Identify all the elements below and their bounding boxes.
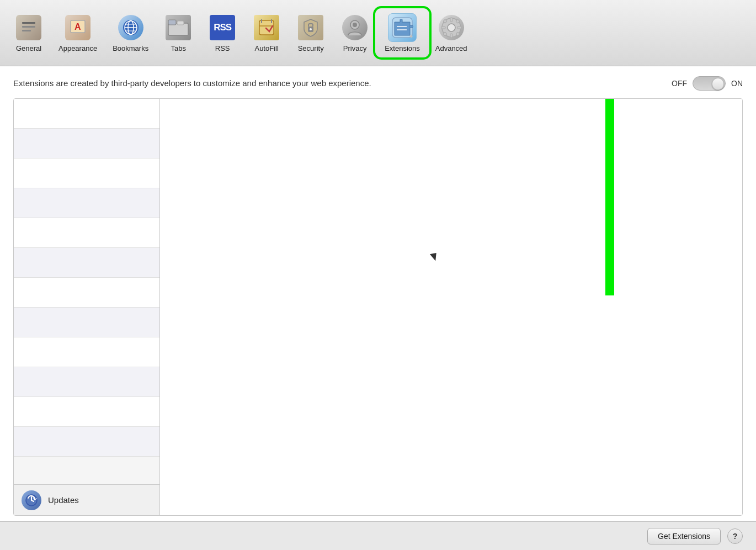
svg-point-25 — [448, 24, 455, 31]
toggle-off-label: OFF — [672, 79, 687, 88]
updates-label: Updates — [48, 495, 79, 505]
bookmarks-icon — [118, 15, 143, 40]
list-item[interactable] — [14, 99, 159, 129]
appearance-icon-area: A — [63, 13, 92, 42]
tab-extensions[interactable]: Extensions — [377, 10, 428, 56]
rss-icon: RSS — [210, 15, 235, 40]
tab-appearance-label: Appearance — [58, 44, 97, 52]
tab-appearance[interactable]: A Appearance — [51, 10, 105, 56]
get-extensions-button[interactable]: Get Extensions — [647, 528, 721, 544]
tab-advanced-label: Advanced — [435, 44, 467, 52]
list-item[interactable] — [14, 427, 159, 457]
extensions-toggle[interactable] — [693, 76, 726, 91]
tab-advanced[interactable]: Advanced — [428, 10, 475, 56]
description-row: Extensions are created by third-party de… — [13, 76, 743, 91]
tab-privacy[interactable]: Privacy — [333, 10, 377, 56]
tab-rss-label: RSS — [215, 44, 230, 52]
list-item[interactable] — [14, 188, 159, 218]
svg-point-20 — [353, 23, 357, 27]
tabs-icon — [166, 15, 191, 40]
tab-security-label: Security — [298, 44, 324, 52]
autofill-icon — [254, 15, 279, 40]
extensions-icon-area — [388, 13, 417, 42]
rss-icon-area: RSS — [208, 13, 237, 42]
general-icon — [16, 15, 41, 40]
svg-rect-26 — [450, 18, 452, 22]
security-icon-area — [296, 13, 325, 42]
svg-rect-29 — [457, 27, 461, 29]
privacy-icon-area — [340, 13, 369, 42]
svg-rect-2 — [22, 30, 31, 31]
updates-bar[interactable]: Updates — [14, 484, 159, 515]
svg-text:A: A — [74, 22, 81, 31]
tab-general-label: General — [16, 44, 41, 52]
tab-autofill[interactable]: AutoFill — [244, 10, 289, 56]
list-item[interactable] — [14, 248, 159, 278]
extensions-icon — [388, 13, 417, 42]
help-button[interactable]: ? — [727, 528, 743, 544]
advanced-icon-area — [437, 13, 466, 42]
list-item[interactable] — [14, 218, 159, 248]
list-item[interactable] — [14, 337, 159, 367]
tab-extensions-label: Extensions — [385, 44, 420, 52]
extensions-detail-panel — [160, 99, 742, 515]
toggle-row: OFF ON — [672, 76, 743, 91]
list-item[interactable] — [14, 129, 159, 158]
main-content: Extensions are created by third-party de… — [0, 66, 756, 521]
tab-general[interactable]: General — [7, 10, 51, 56]
mouse-cursor — [430, 253, 438, 262]
tab-tabs[interactable]: Tabs — [156, 10, 200, 56]
bottom-bar: Get Extensions ? — [0, 521, 756, 550]
tab-privacy-label: Privacy — [343, 44, 367, 52]
svg-rect-11 — [168, 20, 176, 25]
tab-bookmarks-label: Bookmarks — [113, 44, 148, 52]
tab-autofill-label: AutoFill — [254, 44, 278, 52]
svg-rect-12 — [177, 21, 184, 25]
tab-security[interactable]: Security — [289, 10, 333, 56]
svg-rect-27 — [450, 34, 452, 38]
toggle-knob — [712, 78, 724, 90]
list-item[interactable] — [14, 308, 159, 337]
list-item[interactable] — [14, 278, 159, 308]
security-icon — [298, 15, 323, 40]
updates-icon — [22, 490, 41, 510]
extensions-list — [14, 99, 159, 484]
autofill-icon-area — [252, 13, 281, 42]
extensions-list-panel: Updates — [14, 99, 160, 515]
privacy-icon — [342, 15, 368, 40]
green-arrow-annotation — [593, 98, 626, 295]
svg-rect-28 — [441, 27, 445, 29]
advanced-icon — [439, 15, 464, 40]
appearance-icon: A — [65, 15, 90, 40]
svg-rect-0 — [22, 22, 35, 24]
toolbar: General A Appearance — [0, 0, 756, 66]
tab-rss[interactable]: RSS RSS — [200, 10, 244, 56]
list-item[interactable] — [14, 397, 159, 427]
list-item[interactable] — [14, 158, 159, 188]
list-item[interactable] — [14, 367, 159, 397]
tab-bookmarks[interactable]: Bookmarks — [105, 10, 156, 56]
general-icon-area — [14, 13, 43, 42]
tabs-icon-area — [164, 13, 193, 42]
extensions-panels: Updates — [13, 98, 743, 516]
extensions-description: Extensions are created by third-party de… — [13, 77, 371, 90]
svg-rect-1 — [22, 26, 35, 28]
bookmarks-icon-area — [116, 13, 145, 42]
svg-point-18 — [310, 28, 312, 30]
tab-tabs-label: Tabs — [171, 44, 185, 52]
toggle-on-label: ON — [731, 79, 743, 88]
